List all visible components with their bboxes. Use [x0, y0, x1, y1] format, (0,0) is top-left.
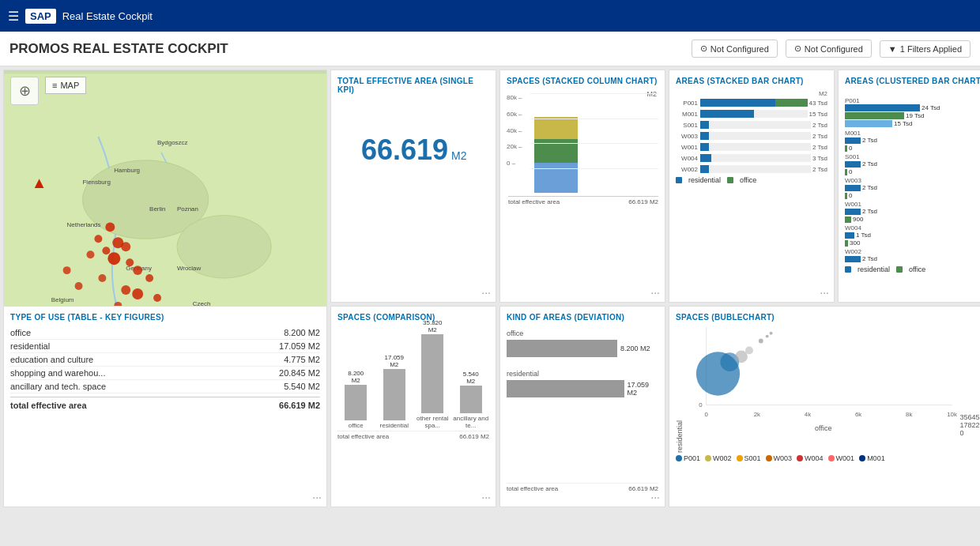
- page-header: PROMOS REAL ESTATE COCKPIT ⊙ Not Configu…: [0, 32, 980, 66]
- y-axis: 80k – 60k – 40k – 20k – 0 –: [507, 93, 522, 169]
- areas-bar-row-2: S001 2 Tsd: [676, 121, 827, 129]
- svg-text:Netherlands: Netherlands: [67, 221, 101, 228]
- kind-areas-rows: office 8.200 M2 residential 17.059 M2: [507, 329, 658, 397]
- stacked-col-more-button[interactable]: ···: [650, 286, 660, 299]
- cluster-m001-bar2: 0: [845, 145, 980, 152]
- cluster-w003-bar2: 0: [845, 192, 980, 199]
- svg-point-39: [132, 288, 143, 299]
- not-configured-btn-1[interactable]: ⊙ Not Configured: [692, 40, 778, 58]
- filter-icon: ▼: [888, 44, 897, 54]
- kpi-more-button[interactable]: ···: [481, 286, 491, 299]
- bar-seg-blue: [534, 163, 578, 193]
- table-label-shopping: shopping and warehou...: [10, 368, 105, 378]
- menu-icon[interactable]: ☰: [8, 9, 19, 24]
- svg-point-80: [770, 332, 773, 335]
- comp-name-other: other rental spa...: [414, 415, 451, 429]
- kind-areas-more-button[interactable]: ···: [650, 491, 660, 503]
- stacked-col-card: SPACES (STACKED COLUMN CHART) M2 80k – 6…: [499, 70, 665, 303]
- cluster-group-w004: W004 1 Tsd 300: [845, 224, 980, 247]
- cluster-legend-office-dot: [896, 266, 903, 273]
- bubble-chart-container: residential 0 2k 4k 6k 8k 10k 0: [676, 326, 980, 453]
- cluster-m001-label: M001: [845, 130, 980, 137]
- kind-areas-card: KIND OF AREAS (DEVIATION) office 8.200 M…: [499, 306, 665, 507]
- type-table-card: TYPE OF USE (TABLE - KEY FIGURES) office…: [3, 306, 327, 507]
- cluster-w004-bar1: 1 Tsd: [845, 232, 980, 239]
- svg-point-28: [94, 235, 102, 243]
- table-label-office: office: [10, 328, 31, 337]
- cluster-p001-bar2: 19 Tsd: [845, 112, 980, 119]
- kind-area-office-value: 8.200 M2: [620, 345, 650, 352]
- svg-text:6k: 6k: [855, 411, 861, 418]
- stacked-bar-1: [534, 117, 578, 193]
- svg-text:Flensburg: Flensburg: [83, 179, 111, 186]
- svg-text:Belgium: Belgium: [51, 296, 74, 303]
- not-configured-btn-2[interactable]: ⊙ Not Configured: [786, 40, 872, 58]
- stacked-col-footer-value: 66.619 M2: [628, 198, 658, 205]
- type-table-title: TYPE OF USE (TABLE - KEY FIGURES): [10, 313, 320, 322]
- areas-bar-row-1: M001 15 Tsd: [676, 110, 827, 118]
- bubble-x-label: office: [687, 424, 959, 432]
- svg-point-79: [766, 335, 769, 338]
- bubble-legend-w001: W001: [828, 454, 855, 462]
- svg-text:2k: 2k: [754, 411, 760, 418]
- table-row-education: education and culture 4.775 M2: [10, 353, 320, 367]
- dashboard: Hamburg Berlin Germany Netherlands Belgi…: [0, 66, 980, 546]
- table-footer-value: 66.619 M2: [279, 401, 320, 410]
- comp-val-office: 8.200M2: [348, 370, 364, 385]
- map-label[interactable]: ≡ MAP: [45, 77, 86, 94]
- kind-area-residential-bar: [507, 380, 624, 397]
- svg-text:Berlin: Berlin: [149, 205, 165, 213]
- svg-text:Hamburg: Hamburg: [114, 167, 140, 174]
- kind-areas-title: KIND OF AREAS (DEVIATION): [507, 313, 658, 322]
- kind-area-office-row: office 8.200 M2: [507, 329, 658, 357]
- kpi-title: TOTAL EFFECTIVE AREA (SINGLE KPI): [337, 77, 489, 94]
- table-footer-label: total effective area: [10, 401, 87, 410]
- svg-text:10k: 10k: [947, 411, 957, 418]
- spaces-comp-more-button[interactable]: ···: [481, 491, 491, 503]
- filters-btn[interactable]: ▼ 1 Filters Applied: [880, 40, 971, 58]
- stacked-col-title: SPACES (STACKED COLUMN CHART): [507, 77, 658, 85]
- bar-s001: [700, 121, 709, 129]
- areas-bar-row-6: W002 2 Tsd: [676, 165, 827, 173]
- comp-val-ancillary: 5.540M2: [463, 371, 479, 386]
- table-row-shopping: shopping and warehou... 20.845 M2: [10, 367, 320, 380]
- svg-point-35: [133, 265, 142, 275]
- svg-point-76: [735, 350, 748, 363]
- cluster-w004-label: W004: [845, 224, 980, 232]
- spaces-comp-bars: 8.200M2 office 17.059M2 residential 35.8…: [337, 326, 489, 429]
- sync-icon: ⊙: [700, 43, 707, 54]
- areas-bar-unit: M2: [676, 90, 827, 97]
- table-value-shopping: 20.845 M2: [279, 368, 320, 378]
- areas-bar-more-button[interactable]: ···: [820, 286, 829, 299]
- cluster-p001-bar3: 15 Tsd: [845, 120, 980, 127]
- areas-bar-row-5: W004 3 Tsd: [676, 154, 827, 162]
- bubble-value-zero: 0: [959, 429, 980, 437]
- legend-residential-label: residential: [688, 176, 721, 184]
- compass-icon: ⊕: [10, 77, 39, 105]
- bubble-legend-w003: W003: [766, 454, 793, 462]
- legend-office-label: office: [740, 176, 756, 184]
- bar-w003: [700, 132, 709, 140]
- cluster-group-p001: P001 24 Tsd 19 Tsd 15 Tsd: [845, 97, 980, 127]
- areas-bar-title: AREAS (STACKED BAR CHART): [676, 77, 827, 85]
- svg-point-37: [98, 274, 106, 282]
- comp-bar-ancillary: [460, 386, 482, 413]
- bubble-dot-w003: [766, 455, 772, 461]
- bubble-dot-w001: [828, 455, 835, 461]
- svg-text:4k: 4k: [805, 411, 811, 418]
- kind-area-office-label: office: [507, 329, 658, 337]
- stacked-col-footer-label: total effective area: [508, 198, 560, 205]
- svg-point-34: [126, 258, 134, 266]
- areas-cluster-legend: residential office: [845, 265, 980, 273]
- areas-cluster-title: AREAS (CLUSTERED BAR CHART): [845, 77, 980, 85]
- cluster-legend-office-label: office: [909, 265, 925, 273]
- type-table-more-button[interactable]: ···: [312, 491, 322, 503]
- table-row-office: office 8.200 M2: [10, 326, 320, 340]
- comp-col-ancillary: 5.540M2 ancillary and te...: [453, 371, 490, 429]
- cluster-legend-residential-label: residential: [858, 265, 890, 273]
- bar-residential-p001: [700, 99, 775, 107]
- areas-bar-row-0: P001 43 Tsd: [676, 99, 827, 107]
- svg-text:▲: ▲: [32, 174, 47, 191]
- cluster-legend-residential-dot: [845, 266, 851, 273]
- comp-bar-residential: [383, 369, 405, 420]
